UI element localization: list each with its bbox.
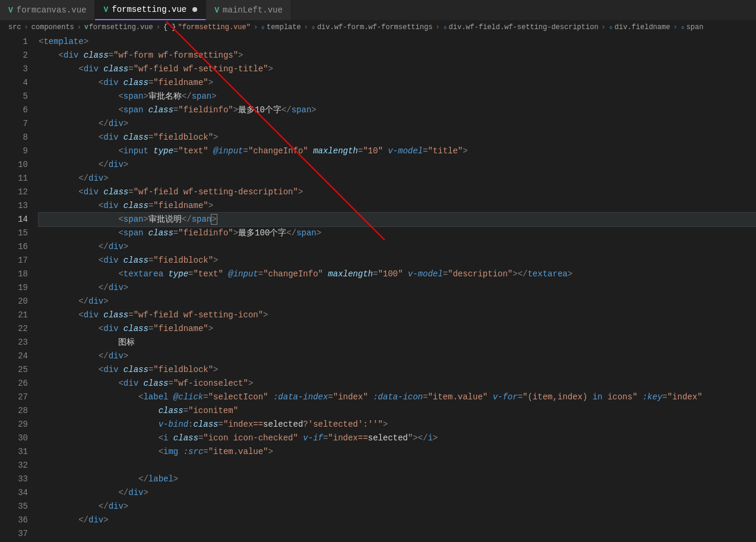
- bc-item[interactable]: "formsetting.vue": [178, 23, 250, 31]
- tag-icon: ⬨: [681, 23, 685, 31]
- bc-item[interactable]: div.wf-field.wf-setting-description: [449, 23, 599, 31]
- bc-item[interactable]: formsetting.vue: [89, 23, 153, 31]
- braces-icon: { }: [163, 23, 176, 31]
- tab-bar: V formcanvas.vue V formsetting.vue V mai…: [0, 0, 756, 21]
- tag-icon: ⬨: [609, 23, 613, 31]
- breadcrumb: src› components› V formsetting.vue› { } …: [0, 21, 756, 34]
- bc-item[interactable]: template: [267, 23, 301, 31]
- vue-icon: V: [84, 24, 88, 31]
- tab-mainleft[interactable]: V mainLeft.vue: [206, 0, 292, 20]
- vue-icon: V: [8, 6, 13, 15]
- tab-formsetting[interactable]: V formsetting.vue: [95, 0, 206, 20]
- bc-item[interactable]: src: [8, 23, 21, 31]
- bc-item[interactable]: components: [31, 23, 74, 31]
- bc-item[interactable]: span: [687, 23, 704, 31]
- code-content[interactable]: <template> <div class="wf-form wf-formse…: [39, 34, 756, 542]
- modified-indicator: [192, 7, 197, 12]
- tag-icon: ⬨: [261, 23, 265, 31]
- bc-item[interactable]: div.fieldname: [615, 23, 670, 31]
- line-gutter: 1234567891011121314151617181920212223242…: [0, 34, 39, 542]
- bc-item[interactable]: div.wf-form.wf-formsettings: [317, 23, 432, 31]
- vue-icon: V: [214, 6, 219, 15]
- tab-label: formcanvas.vue: [17, 5, 87, 15]
- editor-area: 1234567891011121314151617181920212223242…: [0, 34, 756, 542]
- tab-label: mainLeft.vue: [223, 5, 283, 15]
- tab-label: formsetting.vue: [112, 5, 186, 14]
- tag-icon: ⬨: [443, 23, 447, 31]
- tag-icon: ⬨: [311, 23, 315, 31]
- vue-icon: V: [103, 5, 108, 14]
- tab-formcanvas[interactable]: V formcanvas.vue: [0, 0, 95, 20]
